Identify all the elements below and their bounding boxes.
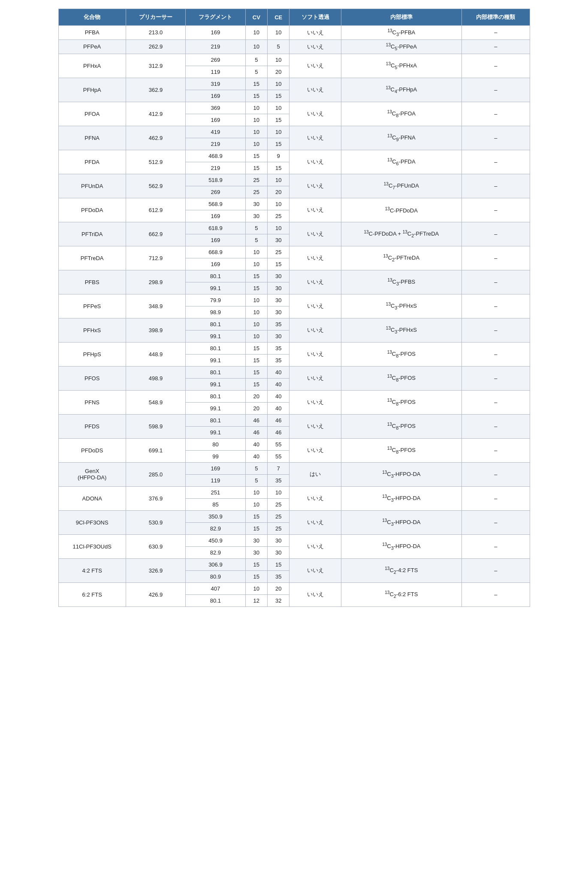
ce-cell: 30	[268, 534, 289, 546]
main-table: 化合物プリカーサーフラグメントCVCEソフト透過内部標準内部標準の種類 PFBA…	[58, 9, 530, 607]
internal-standard-cell: 13C8-PFOS	[341, 414, 461, 438]
compound-cell: PFOS	[58, 366, 126, 390]
ce-cell: 30	[268, 294, 289, 306]
fragment-cell: 80.1	[186, 342, 245, 354]
soft-cell: いいえ	[289, 294, 341, 318]
soft-cell: いいえ	[289, 222, 341, 246]
precursor-cell: 662.9	[126, 222, 185, 246]
compound-cell: PFUnDA	[58, 174, 126, 198]
fragment-cell: 80.1	[186, 390, 245, 402]
compound-cell: PFPeA	[58, 39, 126, 54]
cv-cell: 10	[245, 306, 267, 318]
type-cell: –	[462, 54, 530, 78]
cv-cell: 15	[245, 78, 267, 90]
internal-standard-cell: 13C3-HFPO-DA	[341, 486, 461, 510]
ce-cell: 15	[268, 114, 289, 126]
cv-cell: 10	[245, 258, 267, 270]
ce-cell: 35	[268, 318, 289, 330]
fragment-cell: 219	[186, 162, 245, 174]
ce-cell: 46	[268, 414, 289, 426]
ce-cell: 20	[268, 66, 289, 78]
table-row: PFPeA262.9219105いいえ13C5-PFPeA–	[58, 39, 530, 54]
ce-cell: 40	[268, 378, 289, 390]
compound-cell: ADONA	[58, 486, 126, 510]
precursor-cell: 285.0	[126, 462, 185, 486]
type-cell: –	[462, 78, 530, 102]
internal-standard-cell: 13C-PFDoDA + 13C2-PFTreDA	[341, 222, 461, 246]
ce-cell: 25	[268, 522, 289, 534]
internal-standard-cell: 13C8-PFOS	[341, 390, 461, 414]
col-header-5: ソフト透過	[289, 9, 341, 26]
soft-cell: いいえ	[289, 318, 341, 342]
table-row: PFNA462.94191010いいえ13C9-PFNA–	[58, 126, 530, 138]
fragment-cell: 119	[186, 474, 245, 486]
ce-cell: 7	[268, 462, 289, 474]
compound-cell: 9Cl-PF3ONS	[58, 510, 126, 534]
type-cell: –	[462, 414, 530, 438]
fragment-cell: 618.9	[186, 222, 245, 234]
cv-cell: 15	[245, 90, 267, 102]
fragment-cell: 169	[186, 90, 245, 102]
ce-cell: 10	[268, 54, 289, 66]
precursor-cell: 326.9	[126, 558, 185, 582]
fragment-cell: 80.9	[186, 570, 245, 582]
table-row: PFHxA312.9269510いいえ13C5-PFHxA–	[58, 54, 530, 66]
cv-cell: 30	[245, 546, 267, 558]
internal-standard-cell: 13C7-PFUnDA	[341, 174, 461, 198]
fragment-cell: 350.9	[186, 510, 245, 522]
compound-cell: PFBA	[58, 26, 126, 40]
fragment-cell: 251	[186, 486, 245, 498]
precursor-cell: 562.9	[126, 174, 185, 198]
ce-cell: 32	[268, 594, 289, 606]
table-row: PFHpA362.93191510いいえ13C4-PFHpA–	[58, 78, 530, 90]
cv-cell: 15	[245, 354, 267, 366]
fragment-cell: 419	[186, 126, 245, 138]
table-row: PFDoDA612.9568.93010いいえ13C-PFDoDA–	[58, 198, 530, 210]
compound-cell: PFHpS	[58, 342, 126, 366]
type-cell: –	[462, 222, 530, 246]
precursor-cell: 362.9	[126, 78, 185, 102]
fragment-cell: 80.1	[186, 270, 245, 282]
precursor-cell: 412.9	[126, 102, 185, 126]
soft-cell: はい	[289, 462, 341, 486]
table-row: 11Cl-PF3OUdS630.9450.93030いいえ13C3-HFPO-D…	[58, 534, 530, 546]
internal-standard-cell: 13C3-PFHxS	[341, 294, 461, 318]
cv-cell: 10	[245, 498, 267, 510]
cv-cell: 15	[245, 558, 267, 570]
cv-cell: 20	[245, 402, 267, 414]
cv-cell: 10	[245, 486, 267, 498]
cv-cell: 15	[245, 150, 267, 162]
fragment-cell: 85	[186, 498, 245, 510]
internal-standard-cell: 13C3-PFBA	[341, 26, 461, 40]
table-row: PFPeS348.979.91030いいえ13C3-PFHxS–	[58, 294, 530, 306]
compound-cell: PFNS	[58, 390, 126, 414]
precursor-cell: 298.9	[126, 270, 185, 294]
cv-cell: 15	[245, 378, 267, 390]
soft-cell: いいえ	[289, 558, 341, 582]
compound-cell: PFDoDA	[58, 198, 126, 222]
type-cell: –	[462, 246, 530, 270]
type-cell: –	[462, 150, 530, 174]
fragment-cell: 306.9	[186, 558, 245, 570]
fragment-cell: 407	[186, 582, 245, 594]
type-cell: –	[462, 318, 530, 342]
fragment-cell: 80.1	[186, 414, 245, 426]
cv-cell: 12	[245, 594, 267, 606]
type-cell: –	[462, 174, 530, 198]
compound-cell: PFTriDA	[58, 222, 126, 246]
cv-cell: 5	[245, 222, 267, 234]
fragment-cell: 169	[186, 462, 245, 474]
soft-cell: いいえ	[289, 54, 341, 78]
ce-cell: 25	[268, 510, 289, 522]
ce-cell: 20	[268, 582, 289, 594]
fragment-cell: 98.9	[186, 306, 245, 318]
ce-cell: 10	[268, 102, 289, 114]
cv-cell: 5	[245, 462, 267, 474]
compound-cell: 11Cl-PF3OUdS	[58, 534, 126, 558]
compound-cell: 6:2 FTS	[58, 582, 126, 606]
type-cell: –	[462, 558, 530, 582]
ce-cell: 25	[268, 498, 289, 510]
precursor-cell: 630.9	[126, 534, 185, 558]
compound-cell: PFOA	[58, 102, 126, 126]
cv-cell: 10	[245, 582, 267, 594]
